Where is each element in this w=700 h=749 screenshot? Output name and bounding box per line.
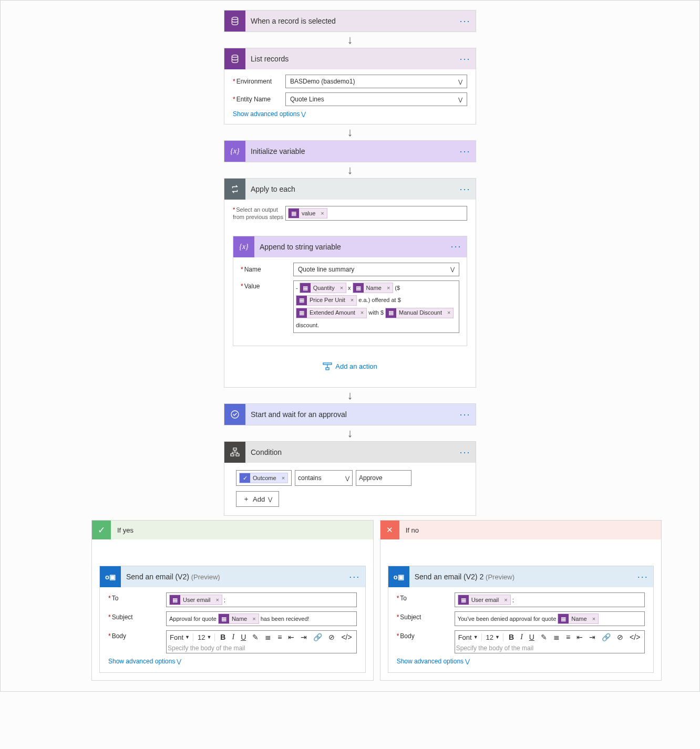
token-user-email[interactable]: ▦User email× [458, 595, 511, 605]
indent-button[interactable]: ⇥ [300, 633, 308, 641]
code-view-button[interactable]: </> [340, 633, 353, 641]
add-condition-button[interactable]: ＋ Add ⋁ [236, 491, 279, 507]
database-icon: ▦ [289, 209, 299, 218]
rich-text-toolbar: Font ▼ 12 ▼ B I U ✎ ≣ ≡ ⇤ [167, 631, 356, 643]
more-icon[interactable]: ··· [455, 184, 476, 195]
italic-button[interactable]: I [231, 633, 235, 641]
database-icon: ▦ [558, 614, 569, 623]
link-button[interactable]: 🔗 [312, 633, 323, 641]
code-view-button[interactable]: </> [629, 633, 641, 641]
bullet-list-button[interactable]: ≣ [552, 633, 561, 641]
loop-icon [224, 179, 245, 200]
remove-token-icon[interactable]: × [590, 616, 598, 622]
more-icon[interactable]: ··· [446, 241, 467, 252]
remove-token-icon[interactable]: × [279, 475, 287, 481]
database-icon: ▦ [386, 308, 396, 318]
show-advanced-link[interactable]: Show advanced options⋁ [233, 110, 467, 118]
name-dropdown[interactable]: Quote line summary ⋁ [293, 263, 459, 276]
highlight-button[interactable]: ✎ [251, 633, 260, 641]
numbered-list-button[interactable]: ≡ [565, 633, 571, 641]
condition-left-input[interactable]: ✓ Outcome × [236, 470, 292, 486]
to-input[interactable]: ▦User email× ; [166, 592, 357, 607]
token-user-email[interactable]: ▦User email× [169, 595, 222, 605]
add-action-link[interactable]: Add an action [233, 362, 467, 370]
outdent-button[interactable]: ⇤ [575, 633, 584, 641]
size-dropdown[interactable]: 12 ▼ [486, 633, 503, 641]
arrow-down-icon: ↓ [347, 124, 353, 140]
apply-to-each-card[interactable]: Apply to each ··· *Select an output from… [224, 178, 476, 388]
body-label: *Body [397, 630, 455, 640]
bold-button[interactable]: B [508, 633, 515, 641]
numbered-list-button[interactable]: ≡ [276, 633, 283, 641]
select-output-input[interactable]: ▦ value × [285, 206, 467, 221]
remove-token-icon[interactable]: × [250, 616, 258, 622]
condition-card[interactable]: Condition ··· ✓ Outcome × contains ⋁ [224, 441, 476, 516]
subject-input[interactable]: Approval for quote ▦Name× has been recie… [166, 611, 357, 626]
condition-title: Condition [245, 448, 455, 456]
remove-token-icon[interactable]: × [445, 307, 453, 318]
italic-button[interactable]: I [519, 633, 524, 641]
value-input[interactable]: - ▦Quantity× x ▦Name× ($ ▦Price Per Unit… [293, 280, 459, 334]
remove-token-icon[interactable]: × [213, 597, 222, 603]
body-input[interactable]: Specify the body of the mail [455, 643, 645, 653]
trigger-card[interactable]: When a record is selected ··· [224, 10, 476, 32]
bold-button[interactable]: B [219, 633, 227, 641]
more-icon[interactable]: ··· [455, 146, 476, 157]
database-icon: ▦ [219, 614, 229, 623]
body-label: *Body [108, 630, 166, 640]
token-outcome[interactable]: ✓ Outcome × [239, 473, 288, 483]
show-advanced-link[interactable]: Show advanced options⋁ [108, 658, 357, 665]
more-icon[interactable]: ··· [632, 571, 653, 582]
token-name[interactable]: ▦Name× [558, 613, 599, 624]
body-input[interactable]: Specify the body of the mail [167, 643, 356, 653]
underline-button[interactable]: U [528, 633, 536, 641]
highlight-button[interactable]: ✎ [540, 633, 548, 641]
more-icon[interactable]: ··· [455, 447, 476, 458]
link-button[interactable]: 🔗 [601, 633, 612, 641]
remove-token-icon[interactable]: × [384, 283, 393, 294]
font-dropdown[interactable]: Font ▼ [170, 633, 193, 641]
indent-button[interactable]: ⇥ [588, 633, 596, 641]
if-no-branch: ✕ If no o▣ Send an email (V2) 2 (Preview… [380, 520, 662, 681]
token-price-per-unit[interactable]: ▦Price Per Unit× [296, 295, 357, 306]
bullet-list-button[interactable]: ≣ [264, 633, 272, 641]
remove-token-icon[interactable]: × [318, 210, 326, 216]
variable-icon: {x} [233, 236, 254, 257]
unlink-button[interactable]: ⊘ [616, 633, 624, 641]
font-dropdown[interactable]: Font ▼ [458, 633, 482, 641]
environment-dropdown[interactable]: BASDemo (basdemo1) ⋁ [285, 75, 467, 88]
token-manual-discount[interactable]: ▦Manual Discount× [385, 308, 454, 318]
token-extended-amount[interactable]: ▦Extended Amount× [296, 308, 367, 318]
more-icon[interactable]: ··· [344, 571, 365, 582]
underline-button[interactable]: U [240, 633, 247, 641]
show-advanced-link[interactable]: Show advanced options⋁ [397, 658, 645, 665]
entity-dropdown[interactable]: Quote Lines ⋁ [285, 92, 467, 106]
remove-token-icon[interactable]: × [348, 295, 356, 306]
token-quantity[interactable]: ▦Quantity× [300, 283, 346, 293]
append-variable-card[interactable]: {x} Append to string variable ··· *Name … [233, 236, 467, 347]
condition-operator-dropdown[interactable]: contains ⋁ [295, 470, 353, 486]
send-email-no-card[interactable]: o▣ Send an email (V2) 2 (Preview) ··· *T… [388, 566, 654, 673]
remove-token-icon[interactable]: × [501, 597, 510, 603]
more-icon[interactable]: ··· [455, 409, 476, 420]
send-email-yes-card[interactable]: o▣ Send an email (V2) (Preview) ··· *To … [99, 566, 366, 673]
outdent-button[interactable]: ⇤ [287, 633, 295, 641]
remove-token-icon[interactable]: × [358, 307, 366, 318]
to-input[interactable]: ▦User email× ; [455, 592, 645, 607]
more-icon[interactable]: ··· [455, 16, 476, 27]
token-value[interactable]: ▦ value × [288, 208, 327, 219]
subject-input[interactable]: You've been denied approval for quote ▦N… [455, 611, 645, 626]
size-dropdown[interactable]: 12 ▼ [198, 633, 215, 641]
approval-card[interactable]: Start and wait for an approval ··· [224, 403, 476, 425]
apply-each-title: Apply to each [245, 185, 455, 193]
send-email-title: Send an email (V2) (Preview) [121, 573, 344, 581]
token-name[interactable]: ▦Name× [353, 283, 394, 293]
more-icon[interactable]: ··· [455, 54, 476, 65]
condition-value-input[interactable]: Approve [356, 470, 411, 486]
initialize-variable-card[interactable]: {x} Initialize variable ··· [224, 140, 476, 162]
token-name[interactable]: ▦Name× [218, 613, 259, 624]
unlink-button[interactable]: ⊘ [327, 633, 336, 641]
list-records-card[interactable]: List records ··· *Environment BASDemo (b… [224, 48, 476, 124]
remove-token-icon[interactable]: × [337, 283, 346, 294]
if-no-title: If no [399, 526, 419, 534]
